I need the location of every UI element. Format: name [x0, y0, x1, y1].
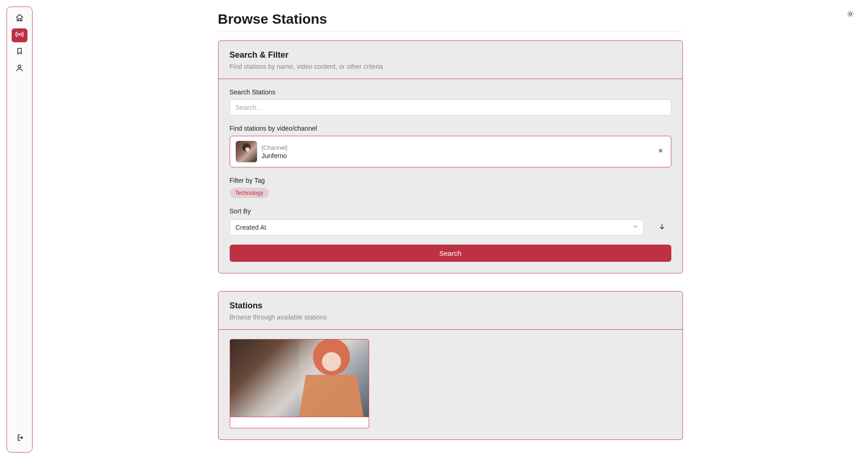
arrow-down-icon	[658, 223, 666, 232]
channel-avatar	[236, 141, 257, 162]
sidebar-item-bookmarks[interactable]	[12, 45, 27, 59]
search-filter-card: Search & Filter Find stations by name, v…	[218, 40, 683, 273]
search-input[interactable]	[230, 100, 671, 115]
search-card-subtitle: Find stations by name, video content, or…	[230, 63, 671, 70]
sun-icon	[847, 10, 854, 20]
channel-type-label: [Channel]	[262, 144, 651, 151]
find-by-video-label: Find stations by video/channel	[230, 125, 671, 132]
sort-direction-button[interactable]	[653, 219, 671, 235]
user-icon	[15, 64, 24, 74]
close-icon	[657, 147, 664, 156]
stations-card: Stations Browse through available statio…	[218, 291, 683, 440]
station-item[interactable]	[230, 339, 369, 428]
channel-remove-button[interactable]	[656, 147, 665, 156]
sidebar-item-stations[interactable]	[12, 28, 27, 42]
svg-point-0	[19, 34, 20, 35]
stations-card-title: Stations	[230, 301, 671, 311]
channel-chip[interactable]: [Channel] Junferno	[230, 136, 671, 167]
svg-point-1	[18, 65, 21, 68]
station-title-bar	[230, 417, 369, 428]
station-thumbnail	[230, 339, 369, 417]
search-button[interactable]: Search	[230, 245, 671, 262]
radio-icon	[15, 30, 24, 40]
sidebar-item-profile[interactable]	[12, 62, 27, 76]
tag-technology[interactable]: Technology	[230, 188, 269, 198]
sidebar	[7, 7, 33, 452]
sort-select[interactable]: Created At	[230, 220, 643, 235]
bookmark-icon	[15, 47, 24, 57]
stations-card-subtitle: Browse through available stations	[230, 313, 671, 321]
title-divider	[218, 32, 683, 32]
sidebar-item-home[interactable]	[12, 12, 27, 26]
svg-point-2	[849, 13, 851, 15]
search-card-title: Search & Filter	[230, 50, 671, 60]
home-icon	[15, 13, 24, 24]
sidebar-item-logout[interactable]	[12, 432, 27, 446]
channel-name: Junferno	[262, 152, 651, 160]
page-title: Browse Stations	[218, 11, 683, 27]
search-stations-label: Search Stations	[230, 88, 671, 96]
sort-by-label: Sort By	[230, 207, 671, 215]
theme-toggle-button[interactable]	[844, 8, 857, 21]
logout-icon	[15, 433, 24, 444]
filter-by-tag-label: Filter by Tag	[230, 177, 671, 184]
main-content: Browse Stations Search & Filter Find sta…	[218, 11, 683, 458]
